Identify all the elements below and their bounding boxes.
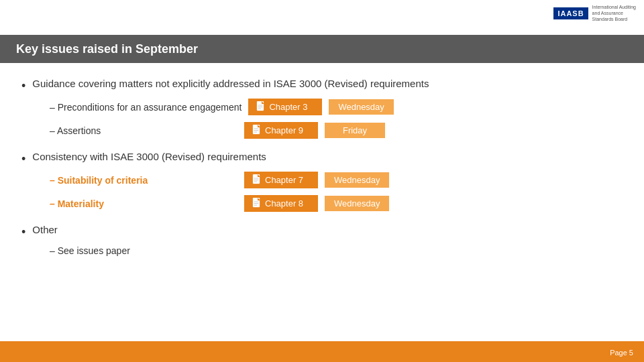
bullet-section-2: •Consistency with ISAE 3000 (Revised) re… (21, 149, 623, 212)
document-icon (256, 101, 266, 113)
chapter-text: Chapter 8 (265, 198, 303, 208)
document-icon (252, 125, 262, 136)
sub-item-label-sub2: – Assertions (50, 125, 237, 136)
logo-subtitle: International Auditingand AssuranceStand… (592, 4, 636, 22)
bullet-section-1: •Guidance covering matters not explicitl… (21, 76, 623, 139)
chapter-text: Chapter 9 (265, 125, 303, 135)
bullet-item-3: •Other (21, 223, 623, 241)
bullet-text-1: Guidance covering matters not explicitly… (32, 76, 429, 92)
document-icon (252, 198, 262, 209)
chapter-text: Chapter 3 (269, 102, 307, 112)
list-item: – Preconditions for an assurance engagem… (50, 99, 623, 115)
day-tag: Wednesday (329, 99, 393, 115)
day-tag: Wednesday (325, 196, 389, 211)
sub-items-3: – See issues paper (50, 245, 623, 256)
day-tag: Friday (325, 123, 385, 138)
iaasb-logo: IAASB (553, 7, 588, 19)
bullet-item-1: •Guidance covering matters not explicitl… (21, 76, 623, 95)
sub-item-label-sub4: – Materiality (50, 198, 237, 209)
chapter-tag: Chapter 7 (244, 172, 318, 188)
document-icon (252, 174, 262, 186)
bullet-dot: • (21, 151, 25, 168)
chapter-tag: Chapter 3 (248, 99, 322, 115)
bullet-text-3: Other (32, 223, 58, 238)
sub-items-2: – Suitability of criteriaChapter 7Wednes… (50, 172, 623, 212)
bottom-bar: Page 5 (0, 343, 644, 362)
list-item: – Suitability of criteriaChapter 7Wednes… (50, 172, 623, 188)
page-number: Page 5 (610, 349, 633, 357)
page-title: Key issues raised in September (16, 42, 198, 56)
top-bar: IAASB International Auditingand Assuranc… (0, 0, 644, 35)
bullet-section-3: •Other– See issues paper (21, 223, 623, 255)
sub-item-label-sub3: – Suitability of criteria (50, 175, 237, 186)
chapter-tag: Chapter 9 (244, 122, 318, 139)
chapter-tag: Chapter 8 (244, 195, 318, 212)
chapter-text: Chapter 7 (265, 175, 303, 185)
bullet-dot: • (21, 224, 25, 241)
logo-area: IAASB International Auditingand Assuranc… (553, 4, 636, 22)
sub-item-label-sub5: – See issues paper (50, 245, 237, 256)
main-content: •Guidance covering matters not explicitl… (0, 63, 644, 274)
list-item: – MaterialityChapter 8Wednesday (50, 195, 623, 212)
bullet-text-2: Consistency with ISAE 3000 (Revised) req… (32, 149, 266, 165)
list-item: – See issues paper (50, 245, 623, 256)
sub-item-label-sub1: – Preconditions for an assurance engagem… (50, 102, 241, 113)
title-bar: Key issues raised in September (0, 35, 644, 63)
bullet-item-2: •Consistency with ISAE 3000 (Revised) re… (21, 149, 623, 168)
day-tag: Wednesday (325, 172, 389, 188)
list-item: – AssertionsChapter 9Friday (50, 122, 623, 139)
bullet-dot: • (21, 78, 25, 95)
sub-items-1: – Preconditions for an assurance engagem… (50, 99, 623, 139)
